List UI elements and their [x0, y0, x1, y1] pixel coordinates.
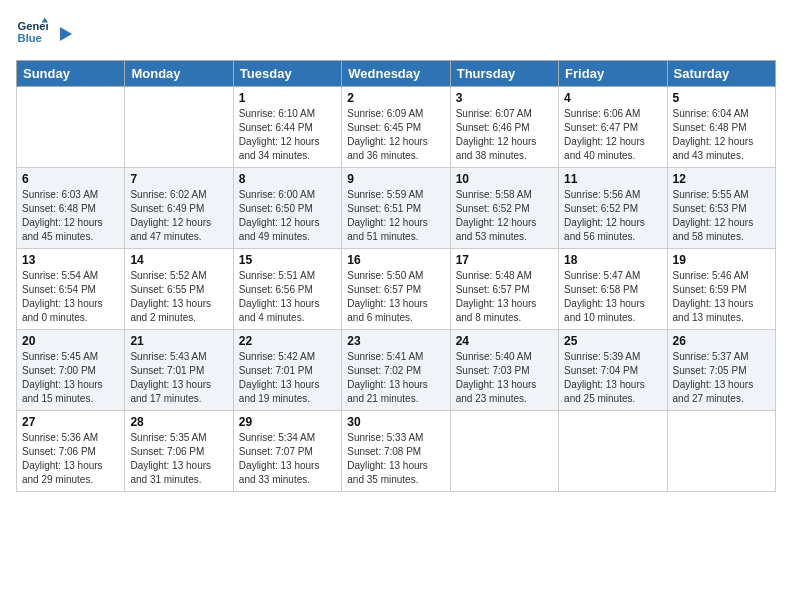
day-number: 15 [239, 253, 336, 267]
day-number: 9 [347, 172, 444, 186]
calendar-cell: 4Sunrise: 6:06 AM Sunset: 6:47 PM Daylig… [559, 87, 667, 168]
calendar-cell: 16Sunrise: 5:50 AM Sunset: 6:57 PM Dayli… [342, 249, 450, 330]
day-number: 25 [564, 334, 661, 348]
calendar-cell: 30Sunrise: 5:33 AM Sunset: 7:08 PM Dayli… [342, 411, 450, 492]
day-number: 3 [456, 91, 553, 105]
calendar-cell: 25Sunrise: 5:39 AM Sunset: 7:04 PM Dayli… [559, 330, 667, 411]
day-info: Sunrise: 5:55 AM Sunset: 6:53 PM Dayligh… [673, 188, 770, 244]
calendar-cell: 11Sunrise: 5:56 AM Sunset: 6:52 PM Dayli… [559, 168, 667, 249]
weekday-header: Saturday [667, 61, 775, 87]
calendar-table: SundayMondayTuesdayWednesdayThursdayFrid… [16, 60, 776, 492]
calendar-cell: 18Sunrise: 5:47 AM Sunset: 6:58 PM Dayli… [559, 249, 667, 330]
day-info: Sunrise: 5:51 AM Sunset: 6:56 PM Dayligh… [239, 269, 336, 325]
calendar-cell: 1Sunrise: 6:10 AM Sunset: 6:44 PM Daylig… [233, 87, 341, 168]
calendar-week-row: 13Sunrise: 5:54 AM Sunset: 6:54 PM Dayli… [17, 249, 776, 330]
calendar-cell: 17Sunrise: 5:48 AM Sunset: 6:57 PM Dayli… [450, 249, 558, 330]
day-number: 22 [239, 334, 336, 348]
day-number: 10 [456, 172, 553, 186]
calendar-cell: 22Sunrise: 5:42 AM Sunset: 7:01 PM Dayli… [233, 330, 341, 411]
page-header: General Blue [16, 16, 776, 48]
day-number: 18 [564, 253, 661, 267]
calendar-cell: 29Sunrise: 5:34 AM Sunset: 7:07 PM Dayli… [233, 411, 341, 492]
day-number: 28 [130, 415, 227, 429]
day-info: Sunrise: 5:46 AM Sunset: 6:59 PM Dayligh… [673, 269, 770, 325]
calendar-cell: 20Sunrise: 5:45 AM Sunset: 7:00 PM Dayli… [17, 330, 125, 411]
calendar-cell: 28Sunrise: 5:35 AM Sunset: 7:06 PM Dayli… [125, 411, 233, 492]
calendar-cell: 14Sunrise: 5:52 AM Sunset: 6:55 PM Dayli… [125, 249, 233, 330]
calendar-cell: 13Sunrise: 5:54 AM Sunset: 6:54 PM Dayli… [17, 249, 125, 330]
day-number: 17 [456, 253, 553, 267]
day-info: Sunrise: 5:33 AM Sunset: 7:08 PM Dayligh… [347, 431, 444, 487]
day-info: Sunrise: 5:56 AM Sunset: 6:52 PM Dayligh… [564, 188, 661, 244]
calendar-cell: 23Sunrise: 5:41 AM Sunset: 7:02 PM Dayli… [342, 330, 450, 411]
day-number: 8 [239, 172, 336, 186]
calendar-cell: 24Sunrise: 5:40 AM Sunset: 7:03 PM Dayli… [450, 330, 558, 411]
day-info: Sunrise: 6:09 AM Sunset: 6:45 PM Dayligh… [347, 107, 444, 163]
day-number: 7 [130, 172, 227, 186]
calendar-cell: 2Sunrise: 6:09 AM Sunset: 6:45 PM Daylig… [342, 87, 450, 168]
day-info: Sunrise: 5:50 AM Sunset: 6:57 PM Dayligh… [347, 269, 444, 325]
day-info: Sunrise: 5:54 AM Sunset: 6:54 PM Dayligh… [22, 269, 119, 325]
calendar-cell: 7Sunrise: 6:02 AM Sunset: 6:49 PM Daylig… [125, 168, 233, 249]
day-info: Sunrise: 5:48 AM Sunset: 6:57 PM Dayligh… [456, 269, 553, 325]
calendar-header-row: SundayMondayTuesdayWednesdayThursdayFrid… [17, 61, 776, 87]
day-info: Sunrise: 5:40 AM Sunset: 7:03 PM Dayligh… [456, 350, 553, 406]
calendar-cell [450, 411, 558, 492]
calendar-cell [559, 411, 667, 492]
day-number: 27 [22, 415, 119, 429]
weekday-header: Friday [559, 61, 667, 87]
day-info: Sunrise: 6:02 AM Sunset: 6:49 PM Dayligh… [130, 188, 227, 244]
svg-text:Blue: Blue [18, 32, 42, 44]
calendar-week-row: 6Sunrise: 6:03 AM Sunset: 6:48 PM Daylig… [17, 168, 776, 249]
calendar-cell: 8Sunrise: 6:00 AM Sunset: 6:50 PM Daylig… [233, 168, 341, 249]
calendar-week-row: 27Sunrise: 5:36 AM Sunset: 7:06 PM Dayli… [17, 411, 776, 492]
day-info: Sunrise: 5:43 AM Sunset: 7:01 PM Dayligh… [130, 350, 227, 406]
day-number: 4 [564, 91, 661, 105]
day-info: Sunrise: 5:39 AM Sunset: 7:04 PM Dayligh… [564, 350, 661, 406]
day-info: Sunrise: 6:10 AM Sunset: 6:44 PM Dayligh… [239, 107, 336, 163]
day-number: 2 [347, 91, 444, 105]
logo: General Blue [16, 16, 72, 48]
calendar-cell: 6Sunrise: 6:03 AM Sunset: 6:48 PM Daylig… [17, 168, 125, 249]
weekday-header: Tuesday [233, 61, 341, 87]
calendar-cell: 12Sunrise: 5:55 AM Sunset: 6:53 PM Dayli… [667, 168, 775, 249]
svg-marker-3 [60, 27, 72, 41]
calendar-cell: 27Sunrise: 5:36 AM Sunset: 7:06 PM Dayli… [17, 411, 125, 492]
calendar-cell [17, 87, 125, 168]
day-number: 21 [130, 334, 227, 348]
day-info: Sunrise: 5:34 AM Sunset: 7:07 PM Dayligh… [239, 431, 336, 487]
day-info: Sunrise: 6:00 AM Sunset: 6:50 PM Dayligh… [239, 188, 336, 244]
day-info: Sunrise: 5:45 AM Sunset: 7:00 PM Dayligh… [22, 350, 119, 406]
weekday-header: Monday [125, 61, 233, 87]
calendar-cell: 5Sunrise: 6:04 AM Sunset: 6:48 PM Daylig… [667, 87, 775, 168]
day-info: Sunrise: 5:41 AM Sunset: 7:02 PM Dayligh… [347, 350, 444, 406]
day-number: 30 [347, 415, 444, 429]
weekday-header: Thursday [450, 61, 558, 87]
calendar-cell: 26Sunrise: 5:37 AM Sunset: 7:05 PM Dayli… [667, 330, 775, 411]
calendar-cell [125, 87, 233, 168]
calendar-cell: 19Sunrise: 5:46 AM Sunset: 6:59 PM Dayli… [667, 249, 775, 330]
day-number: 16 [347, 253, 444, 267]
day-number: 19 [673, 253, 770, 267]
day-info: Sunrise: 5:52 AM Sunset: 6:55 PM Dayligh… [130, 269, 227, 325]
day-number: 11 [564, 172, 661, 186]
day-number: 24 [456, 334, 553, 348]
day-number: 29 [239, 415, 336, 429]
day-number: 23 [347, 334, 444, 348]
calendar-week-row: 20Sunrise: 5:45 AM Sunset: 7:00 PM Dayli… [17, 330, 776, 411]
day-info: Sunrise: 6:07 AM Sunset: 6:46 PM Dayligh… [456, 107, 553, 163]
day-number: 26 [673, 334, 770, 348]
day-number: 12 [673, 172, 770, 186]
day-info: Sunrise: 6:03 AM Sunset: 6:48 PM Dayligh… [22, 188, 119, 244]
day-info: Sunrise: 6:06 AM Sunset: 6:47 PM Dayligh… [564, 107, 661, 163]
calendar-cell: 15Sunrise: 5:51 AM Sunset: 6:56 PM Dayli… [233, 249, 341, 330]
day-info: Sunrise: 5:36 AM Sunset: 7:06 PM Dayligh… [22, 431, 119, 487]
calendar-cell: 3Sunrise: 6:07 AM Sunset: 6:46 PM Daylig… [450, 87, 558, 168]
day-info: Sunrise: 5:42 AM Sunset: 7:01 PM Dayligh… [239, 350, 336, 406]
day-number: 1 [239, 91, 336, 105]
day-number: 6 [22, 172, 119, 186]
weekday-header: Sunday [17, 61, 125, 87]
day-info: Sunrise: 5:58 AM Sunset: 6:52 PM Dayligh… [456, 188, 553, 244]
day-info: Sunrise: 5:35 AM Sunset: 7:06 PM Dayligh… [130, 431, 227, 487]
calendar-cell: 10Sunrise: 5:58 AM Sunset: 6:52 PM Dayli… [450, 168, 558, 249]
